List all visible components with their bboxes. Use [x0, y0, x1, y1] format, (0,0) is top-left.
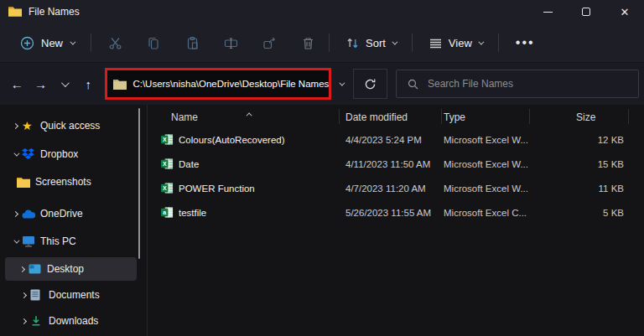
file-list-pane: Name Date modified Type Size X Colours(A… — [148, 105, 644, 336]
chevron-down-icon — [13, 237, 19, 243]
new-button[interactable]: New — [12, 30, 82, 56]
copy-button[interactable] — [147, 36, 161, 50]
refresh-button[interactable] — [353, 69, 387, 99]
rename-button[interactable] — [224, 36, 238, 50]
column-header-date-modified[interactable]: Date modified — [345, 111, 408, 123]
title-bar: File Names ✕ — [0, 0, 644, 23]
back-button[interactable]: ← — [5, 71, 29, 96]
column-separator[interactable] — [628, 109, 629, 124]
up-button[interactable]: ↑ — [76, 71, 100, 96]
content-area: ★ Quick access Dropbox Screenshots OneDr… — [0, 105, 644, 336]
sidebar-item-label: Documents — [49, 289, 100, 301]
svg-text:a: a — [163, 209, 166, 215]
file-size: 12 KB — [529, 135, 624, 145]
new-button-label: New — [41, 37, 63, 49]
file-name: testfile — [179, 208, 206, 218]
column-separator[interactable] — [339, 109, 340, 124]
up-arrow-icon: ↑ — [85, 77, 91, 91]
window-folder-icon — [8, 6, 22, 18]
forward-arrow-icon: → — [34, 77, 47, 91]
forward-button[interactable]: → — [29, 71, 52, 96]
minimize-button[interactable] — [528, 0, 567, 23]
address-folder-icon — [113, 79, 127, 90]
excel-csv-file-icon: a — [161, 206, 174, 219]
close-icon: ✕ — [621, 7, 630, 18]
chevron-down-icon — [478, 39, 484, 44]
cut-button[interactable] — [108, 36, 122, 50]
sort-button-label: Sort — [366, 37, 386, 49]
window-controls: ✕ — [528, 0, 644, 23]
monitor-icon — [22, 235, 40, 247]
sidebar-item-label: Desktop — [47, 263, 84, 275]
column-separator[interactable] — [441, 109, 442, 124]
file-date-modified: 4/11/2023 11:50 AM — [345, 159, 430, 169]
chevron-right-icon — [20, 292, 26, 297]
file-row[interactable]: X Colours(AutoRecovered) 4/4/2023 5:24 P… — [148, 128, 644, 152]
sidebar-scrollbar[interactable] — [138, 108, 140, 259]
sort-button[interactable]: Sort — [338, 31, 403, 55]
star-icon: ★ — [22, 120, 40, 132]
chevron-right-icon — [20, 318, 26, 323]
svg-text:X: X — [163, 161, 167, 167]
column-separator[interactable] — [529, 109, 530, 124]
file-name: Colours(AutoRecovered) — [179, 135, 285, 145]
address-bar-highlight-annotation: C:\Users\nisha\OneDrive\Desktop\File Nam… — [105, 68, 331, 100]
file-date-modified: 4/7/2023 11:20 AM — [345, 184, 426, 194]
view-button[interactable]: View — [421, 31, 490, 55]
window-title: File Names — [29, 6, 80, 18]
sidebar-item-screenshots[interactable]: Screenshots — [0, 170, 137, 194]
sidebar-item-quick-access[interactable]: ★ Quick access — [0, 114, 137, 137]
search-box[interactable]: Search File Names — [396, 70, 639, 98]
file-date-modified: 5/26/2023 11:55 AM — [345, 208, 431, 218]
file-date-modified: 4/4/2023 5:24 PM — [345, 135, 422, 145]
delete-button[interactable] — [301, 36, 315, 50]
chevron-down-icon — [339, 80, 345, 85]
toolbar-divider — [91, 34, 91, 52]
document-icon — [30, 289, 49, 301]
address-path-input[interactable]: C:\Users\nisha\OneDrive\Desktop\File Nam… — [132, 79, 329, 89]
sidebar-item-documents[interactable]: Documents — [0, 283, 137, 307]
file-row[interactable]: X Date 4/11/2023 11:50 AM Microsoft Exce… — [148, 152, 644, 177]
excel-file-icon: X — [161, 133, 174, 146]
sidebar-item-label: OneDrive — [40, 208, 83, 220]
sidebar-item-label: Screenshots — [35, 176, 91, 188]
column-header-name[interactable]: Name — [171, 111, 198, 123]
chevron-right-icon — [12, 210, 18, 216]
sort-ascending-icon — [248, 107, 252, 119]
refresh-icon — [364, 78, 377, 90]
maximize-icon — [582, 8, 590, 16]
address-row: ← → ↑ C:\Users\nisha\OneDrive\Desktop\Fi… — [0, 63, 644, 105]
file-row[interactable]: a testfile 5/26/2023 11:55 AM Microsoft … — [148, 201, 644, 225]
view-button-label: View — [449, 37, 472, 49]
sidebar-item-desktop[interactable]: Desktop — [5, 257, 137, 281]
file-size: 5 KB — [529, 208, 624, 218]
sidebar-item-downloads[interactable]: Downloads — [0, 309, 137, 333]
address-dropdown-button[interactable] — [331, 71, 350, 96]
sidebar-item-onedrive[interactable]: OneDrive — [0, 202, 137, 225]
sidebar-item-dropbox[interactable]: Dropbox — [0, 142, 137, 166]
download-icon — [30, 315, 49, 327]
sidebar-item-label: This PC — [40, 235, 76, 247]
more-options-button[interactable]: ••• — [507, 35, 543, 50]
file-row[interactable]: X POWER Function 4/7/2023 11:20 AM Micro… — [148, 177, 644, 201]
file-name: Date — [179, 159, 199, 169]
chevron-down-icon — [70, 39, 75, 44]
column-header-size[interactable]: Size — [576, 111, 595, 123]
column-header-row: Name Date modified Type Size — [148, 105, 644, 128]
file-type: Microsoft Excel W... — [444, 135, 528, 145]
close-button[interactable]: ✕ — [605, 0, 644, 23]
paste-button[interactable] — [185, 36, 200, 50]
file-name: POWER Function — [179, 184, 255, 194]
recent-locations-button[interactable] — [53, 71, 76, 96]
chevron-down-icon — [392, 39, 397, 44]
navigation-sidebar: ★ Quick access Dropbox Screenshots OneDr… — [0, 105, 148, 336]
search-icon — [408, 79, 418, 90]
chevron-down-icon — [13, 150, 19, 156]
sidebar-item-label: Downloads — [49, 315, 98, 327]
column-header-type[interactable]: Type — [444, 111, 465, 123]
share-button[interactable] — [262, 36, 277, 50]
minimize-icon — [543, 12, 553, 13]
toolbar-divider — [412, 34, 413, 52]
sidebar-item-this-pc[interactable]: This PC — [0, 230, 137, 253]
maximize-button[interactable] — [567, 0, 605, 23]
